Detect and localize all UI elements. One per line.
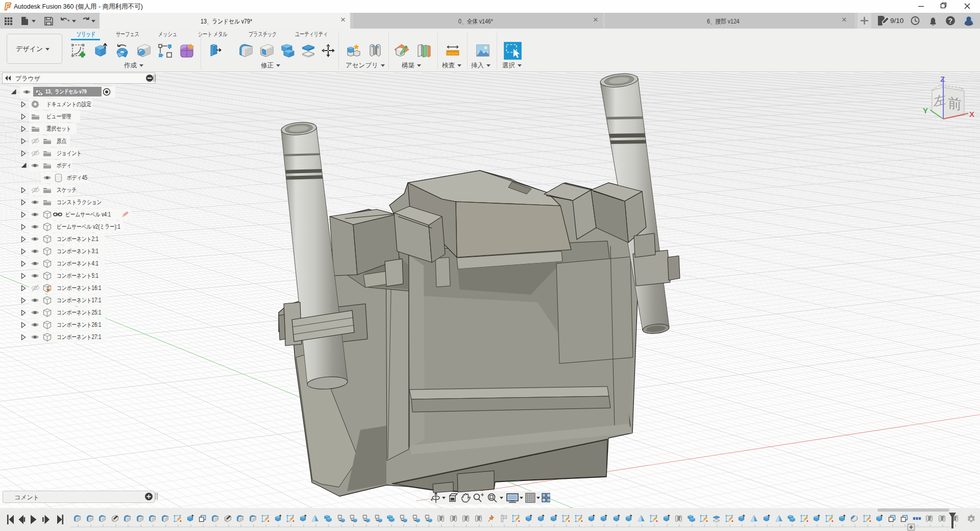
svg-text:9/10: 9/10 (890, 17, 903, 25)
svg-text:?: ? (948, 17, 953, 25)
